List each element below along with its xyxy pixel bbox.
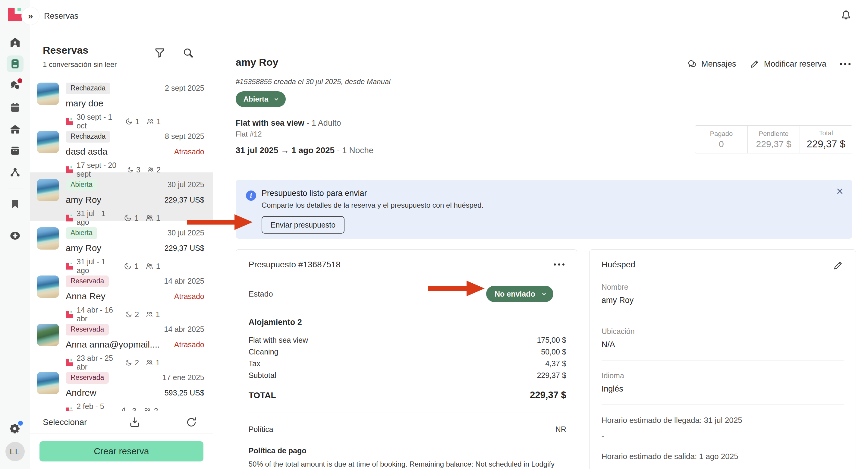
created-date: 14 abr 2025 xyxy=(164,325,204,334)
sidebar-item-add[interactable] xyxy=(8,229,22,242)
reservation-detail: amy Roy Mensajes Modificar reserva ••• #… xyxy=(213,32,868,469)
status-badge: Rechazada xyxy=(66,83,110,94)
sidebar-item-inbox[interactable] xyxy=(8,79,22,92)
lodgify-logo xyxy=(8,8,22,21)
close-icon[interactable]: × xyxy=(836,185,843,197)
guests-count: 2 xyxy=(156,165,161,174)
line-item-value: 175,00 $ xyxy=(537,334,566,346)
chat-icon xyxy=(687,59,697,69)
payment-policy-text: 50% of the total amount is due at time o… xyxy=(249,460,566,468)
nights-moon-icon xyxy=(125,310,132,319)
quote-card: Presupuesto #13687518 ••• Estado No envi… xyxy=(236,249,577,469)
refresh-icon[interactable] xyxy=(185,416,198,429)
created-date: 14 abr 2025 xyxy=(164,277,204,285)
language-label: Idioma xyxy=(601,371,844,380)
departure-line: Horario estimado de salida: 1 ago 2025 xyxy=(601,452,844,461)
guest-location: N/A xyxy=(601,340,844,349)
guests-icon xyxy=(143,406,151,411)
filter-icon[interactable] xyxy=(153,46,166,59)
quote-line-items: Flat with sea view 175,00 $ Cleaning 50,… xyxy=(249,334,566,381)
expand-sidebar-button[interactable]: » xyxy=(22,7,39,25)
list-item[interactable]: Rechazada dasd asda 17 sept - 20 sept 3 … xyxy=(30,124,213,173)
nights-moon-icon xyxy=(125,117,133,126)
line-item-label: Tax xyxy=(249,358,260,370)
edit-guest-button[interactable] xyxy=(833,260,844,272)
list-item[interactable]: Reservada Andrew 2 feb - 5 feb 3 2 17 en… xyxy=(30,365,213,411)
sidebar-item-payments[interactable] xyxy=(8,144,22,157)
guest-name: Andrew xyxy=(66,387,158,398)
date-range: 31 jul - 1 ago xyxy=(76,209,117,227)
guests-icon xyxy=(146,358,153,367)
dates-line: 31 jul 2025 → 1 ago 2025 - 1 Noche xyxy=(236,146,374,155)
avatar[interactable]: LL xyxy=(5,442,25,461)
pencil-icon xyxy=(749,59,760,69)
arrival-value: - xyxy=(601,432,844,441)
create-reservation-button[interactable]: Crear reserva xyxy=(39,441,204,462)
messages-button[interactable]: Mensajes xyxy=(687,59,736,69)
payment-policy-title: Política de pago xyxy=(249,446,566,455)
guests-icon xyxy=(146,310,153,319)
sidebar-item-properties[interactable] xyxy=(8,122,22,136)
list-footer-tools: Seleccionar xyxy=(30,411,213,433)
quote-line-item: Subtotal 229,37 $ xyxy=(249,370,566,381)
property-thumbnail xyxy=(37,227,59,250)
modify-reservation-button[interactable]: Modificar reserva xyxy=(749,59,827,69)
lodgify-source-icon xyxy=(66,263,73,270)
sidebar-item-reservations[interactable] xyxy=(7,56,24,72)
line-item-value: 4,37 $ xyxy=(545,358,566,370)
chevron-down-icon xyxy=(273,96,280,102)
banner-title: Presupuesto listo para enviar xyxy=(261,189,841,198)
reservation-status-dropdown[interactable]: Abierta xyxy=(236,91,286,107)
home-icon xyxy=(9,36,21,48)
divider xyxy=(601,360,844,361)
panel-title: Reservas xyxy=(43,44,204,56)
sidebar-item-home[interactable] xyxy=(8,36,22,49)
quote-status-dropdown[interactable]: No enviado xyxy=(486,286,553,302)
guest-name: mary doe xyxy=(66,98,161,108)
quote-title: Presupuesto #13687518 xyxy=(249,260,341,270)
lodgify-app: LL » Reservas Reservas 1 conversación si… xyxy=(0,0,868,469)
sidebar-item-bookmarks[interactable] xyxy=(8,197,22,211)
item-meta: 593,25 US$ xyxy=(162,388,204,397)
guest-title: amy Roy xyxy=(236,56,278,68)
download-icon[interactable] xyxy=(128,416,141,429)
more-actions-button[interactable]: ••• xyxy=(840,59,852,69)
quote-more-button[interactable]: ••• xyxy=(553,260,566,269)
breadcrumb: Reservas xyxy=(44,11,79,21)
list-item[interactable]: Reservada Anna Rey 14 abr - 16 abr 2 1 1… xyxy=(30,269,213,317)
nights-moon-icon xyxy=(127,165,134,174)
unit-line: Flat with sea view - 1 Adulto xyxy=(236,119,341,128)
item-meta: 229,37 US$ xyxy=(164,196,204,205)
select-button[interactable]: Seleccionar xyxy=(43,417,87,427)
list-item[interactable]: Abierta amy Roy 31 jul - 1 ago 1 1 30 ju… xyxy=(30,221,213,269)
date-range: 14 abr - 16 abr xyxy=(76,306,118,323)
location-label: Ubicación xyxy=(601,327,844,336)
item-meta: Atrasado xyxy=(165,147,204,156)
sidebar-item-settings[interactable] xyxy=(8,422,22,435)
sidebar-item-calendar[interactable] xyxy=(8,101,22,114)
date-range: 31 jul - 1 ago xyxy=(76,257,117,275)
nights-moon-icon xyxy=(121,406,130,411)
search-icon[interactable] xyxy=(181,46,195,59)
channels-network-icon xyxy=(9,166,21,179)
send-quote-button[interactable]: Enviar presupuesto xyxy=(261,216,344,233)
nights-count: 3 xyxy=(132,407,136,411)
notifications-bell-icon[interactable] xyxy=(840,9,852,23)
guests-icon xyxy=(145,262,154,271)
guests-count: 2 xyxy=(154,407,158,411)
rail-divider xyxy=(7,220,23,220)
date-range: 30 sept - 1 oct xyxy=(76,113,119,130)
nights-moon-icon xyxy=(125,358,132,367)
nights-moon-icon xyxy=(124,213,132,222)
created-date: 17 ene 2025 xyxy=(162,373,204,382)
nights-count: 2 xyxy=(135,358,139,367)
guests-icon xyxy=(146,117,154,126)
list-item[interactable]: Abierta amy Roy 31 jul - 1 ago 1 1 30 ju… xyxy=(30,173,213,221)
line-item-label: Cleaning xyxy=(249,346,278,358)
list-item[interactable]: Rechazada mary doe 30 sept - 1 oct 1 1 2… xyxy=(30,76,213,124)
guests-icon xyxy=(147,165,154,174)
list-item[interactable]: Reservada Anna anna@yopmail.... 23 abr -… xyxy=(30,317,213,365)
sidebar-item-channels[interactable] xyxy=(8,166,22,179)
item-meta: Atrasado xyxy=(164,340,204,349)
policy-label: Política xyxy=(249,425,273,434)
